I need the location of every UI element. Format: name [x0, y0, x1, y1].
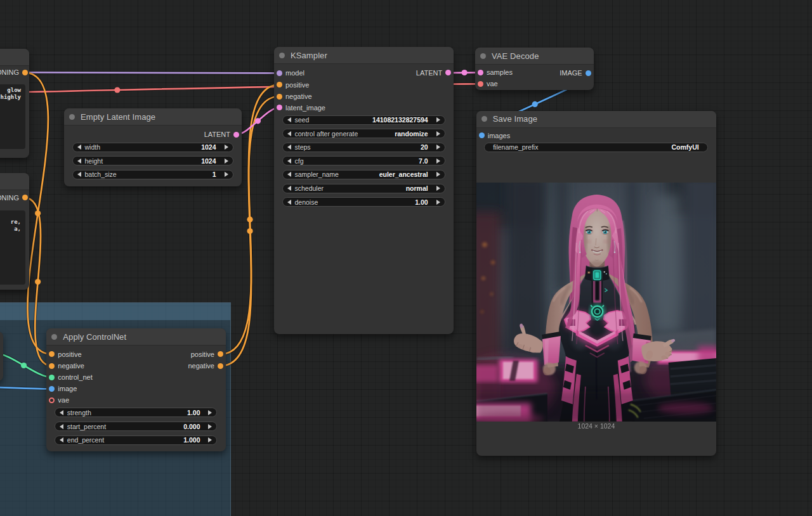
widget-batch-size-increment-icon[interactable] [225, 172, 228, 177]
widget-sampler-name-increment-icon[interactable] [436, 172, 440, 177]
widget-sampler-name-decrement-icon[interactable] [287, 172, 291, 177]
widget-control-after-generate-decrement-icon[interactable] [287, 131, 291, 136]
widget-end-percent-decrement-icon[interactable] [60, 437, 63, 442]
widget-control-after-generate[interactable]: control after generaterandomize [282, 129, 445, 138]
widget-width[interactable]: width1024 [72, 143, 233, 152]
apply-controlnet-input-control-net[interactable]: control_net [49, 374, 92, 381]
ksampler-input-negative[interactable]: negative [277, 93, 312, 100]
latent-output-dot[interactable] [233, 132, 239, 138]
ksampler-input-latent-image-dot[interactable] [277, 105, 282, 110]
widget-steps-increment-icon[interactable] [436, 145, 440, 150]
widget-end-percent-increment-icon[interactable] [208, 437, 212, 442]
widget-steps[interactable]: steps20 [282, 143, 445, 152]
apply-controlnet-input-negative-dot[interactable] [49, 363, 55, 369]
ksampler-output-latent-dot[interactable] [445, 70, 451, 75]
widget-sampler-name[interactable]: sampler_nameeuler_ancestral [282, 170, 445, 179]
clip-negative-output-conditioning[interactable]: CONDITIONING [0, 194, 28, 201]
clip-negative-header[interactable] [0, 173, 29, 190]
widget-filename-prefix[interactable]: filename_prefixComfyUI [484, 143, 708, 152]
widget-strength[interactable]: strength1.00 [55, 408, 218, 417]
apply-controlnet-input-positive[interactable]: positive [49, 351, 81, 358]
clip-negative-output-conditioning-dot[interactable] [22, 195, 28, 200]
save-image-input-images[interactable]: images [479, 132, 510, 139]
widget-control-after-generate-increment-icon[interactable] [436, 131, 440, 136]
model-link[interactable] [0, 72, 280, 73]
apply-controlnet-input-vae-dot[interactable] [49, 397, 55, 403]
widget-scheduler-decrement-icon[interactable] [287, 186, 291, 191]
positive-cond-link-dot[interactable] [35, 210, 41, 216]
samples-link-dot[interactable] [462, 70, 468, 75]
widget-denoise-decrement-icon[interactable] [287, 200, 291, 205]
save-image-node[interactable]: Save Image images filename_prefixComfyUI [476, 111, 717, 456]
widget-seed-decrement-icon[interactable] [287, 117, 291, 122]
apply-controlnet-input-positive-dot[interactable] [49, 351, 55, 357]
latent-link[interactable] [237, 108, 280, 135]
clip-text-encode-positive-node[interactable]: CONDITIONING glow highly [0, 49, 29, 158]
generated-image-preview[interactable] [476, 183, 717, 422]
ksampler-input-negative-dot[interactable] [277, 94, 282, 100]
ksampler-input-model[interactable]: model [277, 70, 304, 77]
clip-positive-output-conditioning[interactable]: CONDITIONING [0, 69, 28, 76]
vae-decode-input-vae[interactable]: vae [478, 81, 498, 87]
controlnet-group-titlebar[interactable] [0, 303, 230, 320]
widget-seed-increment-icon[interactable] [436, 117, 440, 122]
widget-height-decrement-icon[interactable] [77, 158, 81, 164]
apply-controlnet-output-negative-dot[interactable] [218, 363, 223, 369]
clip-positive-header[interactable] [0, 49, 29, 66]
ksampler-input-model-dot[interactable] [277, 70, 282, 76]
widget-cfg[interactable]: cfg7.0 [282, 156, 445, 165]
widget-strength-decrement-icon[interactable] [60, 410, 63, 415]
ksampler-input-positive-dot[interactable] [277, 82, 282, 87]
controlnet-loader-node[interactable] [0, 332, 3, 381]
prompt-text-widget[interactable]: glow highly [0, 84, 25, 149]
widget-denoise[interactable]: denoise1.00 [282, 197, 445, 207]
cn-positive-link-dot[interactable] [247, 217, 252, 223]
vae-decode-node[interactable]: VAE Decode samples vae IMAGE [475, 48, 594, 89]
widget-start-percent-increment-icon[interactable] [208, 424, 212, 429]
widget-start-percent[interactable]: start_percent0.000 [55, 422, 218, 431]
node-graph-canvas[interactable]: CONDITIONING glow highly CONDITIONING re… [0, 0, 812, 516]
widget-cfg-increment-icon[interactable] [436, 158, 440, 164]
apply-controlnet-output-positive-dot[interactable] [218, 351, 223, 357]
apply-controlnet-input-image[interactable]: image [49, 385, 77, 392]
vae-link-dot[interactable] [114, 87, 120, 93]
vae-decode-input-samples-dot[interactable] [478, 70, 483, 75]
negative-cond-link-dot[interactable] [35, 279, 41, 285]
widget-seed[interactable]: seed141082132827594 [282, 115, 445, 125]
widget-cfg-decrement-icon[interactable] [287, 158, 291, 164]
widget-height-increment-icon[interactable] [225, 158, 228, 164]
save-image-input-images-dot[interactable] [479, 132, 485, 138]
vae-decode-output-image[interactable]: IMAGE [560, 70, 591, 77]
apply-controlnet-output-negative[interactable]: negative [188, 363, 223, 370]
vae-decode-header[interactable]: VAE Decode [475, 48, 594, 65]
widget-steps-decrement-icon[interactable] [287, 145, 291, 150]
ksampler-header[interactable]: KSampler [274, 47, 454, 64]
vae-decode-output-image-dot[interactable] [586, 70, 591, 76]
apply-controlnet-output-positive[interactable]: positive [191, 351, 223, 358]
clip-text-encode-negative-node[interactable]: CONDITIONING re, a, [0, 173, 29, 290]
save-image-header[interactable]: Save Image [476, 111, 717, 128]
widget-end-percent[interactable]: end_percent1.000 [55, 435, 218, 445]
ksampler-node[interactable]: KSampler model positive negative latent_… [274, 47, 454, 334]
vae-decode-input-samples[interactable]: samples [478, 69, 513, 76]
cn-negative-link-dot[interactable] [247, 228, 252, 234]
ksampler-output-latent[interactable]: LATENT [416, 69, 451, 76]
apply-controlnet-input-control-net-dot[interactable] [49, 375, 55, 380]
decoded-image-link-dot[interactable] [532, 101, 538, 107]
widget-scheduler-increment-icon[interactable] [436, 186, 440, 191]
apply-controlnet-node[interactable]: Apply ControlNet positive negative contr… [46, 328, 226, 451]
widget-batch-size-decrement-icon[interactable] [77, 172, 81, 177]
widget-batch-size[interactable]: batch_size1 [72, 170, 233, 179]
apply-controlnet-header[interactable]: Apply ControlNet [46, 328, 226, 345]
apply-controlnet-input-negative[interactable]: negative [49, 363, 84, 370]
clip-positive-output-conditioning-dot[interactable] [22, 70, 28, 75]
vae-decode-input-vae-dot[interactable] [478, 81, 483, 87]
widget-scheduler[interactable]: schedulernormal [282, 184, 445, 193]
widget-denoise-increment-icon[interactable] [436, 200, 440, 205]
widget-strength-increment-icon[interactable] [208, 410, 212, 415]
widget-start-percent-decrement-icon[interactable] [60, 424, 63, 429]
widget-width-increment-icon[interactable] [225, 145, 228, 150]
ksampler-input-latent-image[interactable]: latent_image [277, 104, 325, 111]
empty-latent-image-header[interactable]: Empty Latent Image [64, 108, 242, 126]
ksampler-input-positive[interactable]: positive [277, 81, 309, 88]
